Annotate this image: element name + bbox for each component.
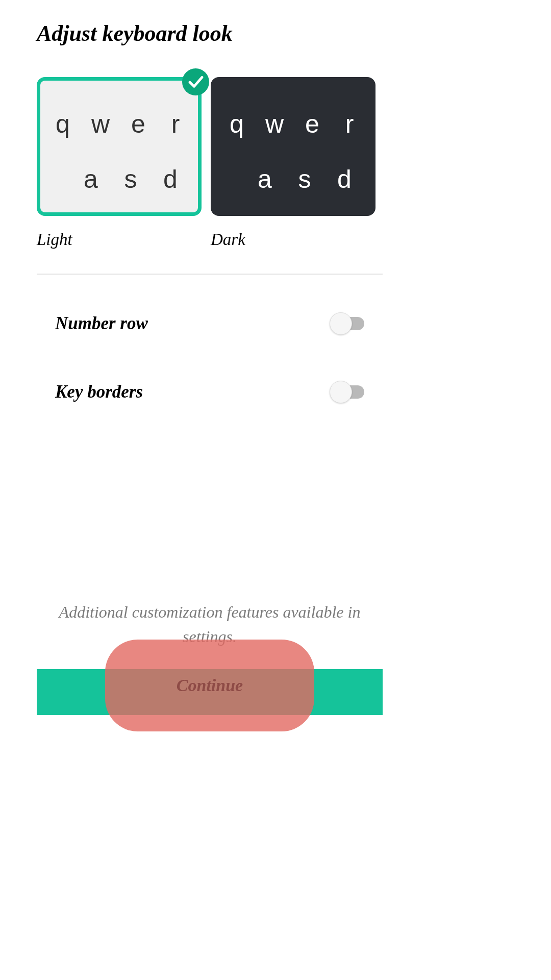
sample-key: r — [341, 109, 358, 139]
toggle-key-borders[interactable] — [330, 381, 364, 403]
toggle-thumb — [330, 381, 352, 403]
theme-option-dark[interactable]: q w e r a s d — [211, 77, 375, 216]
sample-key: d — [336, 164, 353, 194]
sample-key: d — [162, 164, 179, 194]
theme-label-dark: Dark — [211, 230, 375, 249]
sample-key: s — [122, 164, 139, 194]
sample-key: a — [256, 164, 273, 194]
sample-key-row: a s d — [223, 152, 363, 207]
sample-key-row: a s d — [49, 152, 189, 207]
sample-key: q — [228, 109, 245, 139]
theme-label-light: Light — [37, 230, 202, 249]
sample-key: e — [130, 109, 147, 139]
toggle-thumb — [330, 312, 352, 335]
setting-label: Number row — [55, 313, 148, 334]
setting-label: Key borders — [55, 382, 143, 402]
sample-key: e — [304, 109, 321, 139]
sample-key-row: q w e r — [223, 96, 363, 152]
setting-number-row[interactable]: Number row — [37, 303, 383, 344]
page-title: Adjust keyboard look — [37, 20, 383, 46]
sample-key: w — [265, 109, 284, 139]
setting-key-borders[interactable]: Key borders — [37, 372, 383, 412]
sample-key-row: q w e r — [49, 96, 189, 152]
toggle-number-row[interactable] — [330, 312, 364, 335]
check-icon — [182, 68, 209, 95]
footer: Additional customization features availa… — [37, 600, 383, 717]
sample-key: r — [167, 109, 184, 139]
sample-key: w — [91, 109, 110, 139]
theme-option-light[interactable]: q w e r a s d — [37, 77, 202, 216]
theme-selector: q w e r a s d q w e r a s d — [37, 77, 383, 216]
theme-labels: Light Dark — [37, 230, 383, 249]
footer-note: Additional customization features availa… — [37, 600, 383, 649]
divider — [37, 274, 383, 275]
continue-button[interactable] — [37, 669, 383, 715]
sample-key: q — [54, 109, 71, 139]
sample-key: a — [82, 164, 99, 194]
sample-key: s — [296, 164, 313, 194]
